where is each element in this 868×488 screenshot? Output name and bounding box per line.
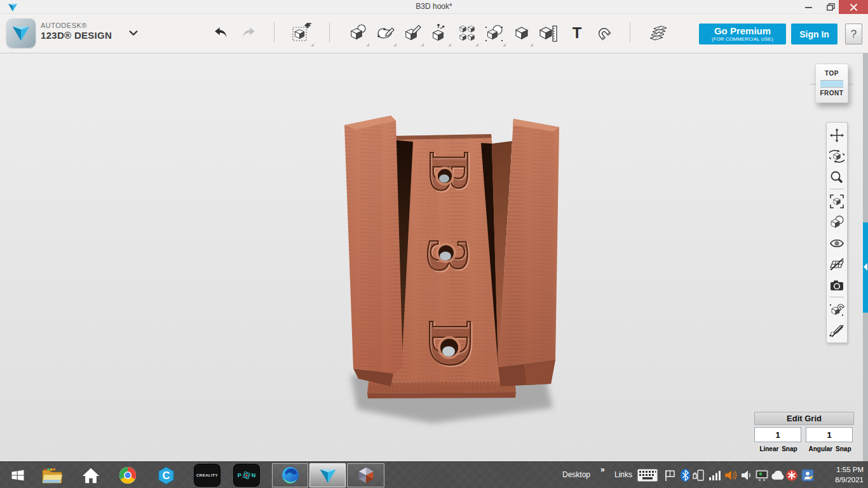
app-logo[interactable] xyxy=(6,18,36,48)
meshmixer-button[interactable] xyxy=(347,463,384,487)
screenshot-button[interactable] xyxy=(827,274,847,295)
primitives-tool[interactable] xyxy=(348,23,368,43)
sign-in-label: Sign In xyxy=(799,29,829,39)
123d-logo-icon xyxy=(10,24,32,42)
title-bar: B3D hook* xyxy=(0,0,868,14)
camera-icon xyxy=(830,280,844,291)
file-explorer-button[interactable] xyxy=(37,462,67,488)
minimize-button[interactable] xyxy=(798,0,818,14)
fit-button[interactable] xyxy=(827,191,847,212)
help-button[interactable]: ? xyxy=(845,24,862,44)
window-title: B3D hook* xyxy=(0,2,868,11)
photon-letter-p: P xyxy=(238,472,241,478)
angular-snap-label: Angular Snap xyxy=(804,445,855,452)
file-explorer-icon xyxy=(41,466,63,484)
shade-mode-button[interactable] xyxy=(827,212,847,233)
toolbar-overflow-chevron[interactable]: » xyxy=(600,465,605,474)
panel-expand-arrow-icon xyxy=(864,263,867,271)
app-menu-button[interactable] xyxy=(123,23,144,43)
snap-tool[interactable] xyxy=(593,23,614,43)
edge-button[interactable] xyxy=(272,463,308,487)
chrome-button[interactable] xyxy=(113,462,142,488)
material-tool[interactable] xyxy=(649,23,669,43)
transform-tool[interactable] xyxy=(292,23,312,43)
nav-separator xyxy=(830,189,844,189)
nav-separator xyxy=(830,297,844,297)
safely-remove-hardware-button[interactable] xyxy=(690,462,707,488)
links-toolbar-label[interactable]: Links xyxy=(614,470,632,479)
go-premium-button[interactable]: Go Premium (FOR COMMERCIAL USE) xyxy=(699,24,786,44)
visibility-button[interactable] xyxy=(827,233,847,254)
speaker-icon xyxy=(741,469,752,482)
red-asterisk-icon xyxy=(785,469,798,482)
navigation-toolbar xyxy=(826,122,848,343)
chrome-icon xyxy=(118,466,137,485)
language-icon xyxy=(801,469,814,482)
123d-design-button[interactable] xyxy=(309,463,346,487)
construct-tool[interactable] xyxy=(402,23,423,43)
windows-taskbar: C CREALITY P N xyxy=(0,461,868,488)
volume-button[interactable] xyxy=(739,462,754,488)
photon-icon: P N xyxy=(234,464,259,486)
modify-tool[interactable] xyxy=(430,23,450,43)
home-button[interactable] xyxy=(76,462,105,488)
signal-bars-icon xyxy=(709,470,721,481)
language-indicator-button[interactable] xyxy=(799,462,816,488)
keyboard-icon xyxy=(637,468,658,482)
collapsed-panel-tab[interactable] xyxy=(863,222,868,313)
view-cube-edge[interactable] xyxy=(820,80,843,88)
orbit-icon xyxy=(829,149,844,164)
action-center-button[interactable] xyxy=(662,462,677,488)
pan-button[interactable] xyxy=(827,125,847,146)
angular-snap-input[interactable] xyxy=(806,427,853,442)
hide-grid-button[interactable] xyxy=(827,254,847,274)
measure-tool[interactable] xyxy=(538,23,558,43)
cura-button[interactable]: C xyxy=(151,462,180,488)
touch-keyboard-button[interactable] xyxy=(634,462,661,488)
dropdown-mark xyxy=(311,43,314,46)
pattern-icon xyxy=(458,24,477,43)
sign-in-button[interactable]: Sign In xyxy=(791,24,837,44)
audio-manager-button[interactable] xyxy=(722,462,740,488)
view-cube-top-face[interactable]: TOP xyxy=(816,70,848,77)
display-utility-button[interactable] xyxy=(754,462,770,488)
text-icon: T xyxy=(573,24,582,42)
creality-icon: CREALITY xyxy=(194,464,220,486)
text-tool[interactable]: T xyxy=(567,23,587,43)
toolbar-separator xyxy=(329,22,330,43)
usb-device-icon xyxy=(692,468,705,482)
view-cube-front-face[interactable]: FRONT xyxy=(816,90,848,97)
close-button[interactable] xyxy=(839,0,868,14)
combine-icon xyxy=(513,24,531,42)
undo-button[interactable] xyxy=(212,23,232,43)
sketch-tool[interactable] xyxy=(375,23,395,43)
linear-snap-input[interactable] xyxy=(754,427,801,442)
antivirus-button[interactable] xyxy=(783,462,800,488)
creality-button[interactable]: CREALITY xyxy=(191,462,224,488)
toolbar-separator xyxy=(630,22,630,43)
3d-viewport[interactable]: B B 3 3 D D xyxy=(0,53,868,461)
photon-button[interactable]: P N xyxy=(230,462,263,488)
start-button[interactable] xyxy=(3,462,33,488)
pattern-tool[interactable] xyxy=(457,23,477,43)
zoom-button[interactable] xyxy=(827,166,847,187)
go-premium-sublabel: (FOR COMMERCIAL USE) xyxy=(712,36,773,42)
grouping-tool[interactable] xyxy=(484,23,505,43)
cura-icon: C xyxy=(156,466,176,485)
snap-toggle-button[interactable] xyxy=(827,299,847,320)
restore-button[interactable] xyxy=(820,0,841,14)
zoom-icon xyxy=(830,170,844,184)
model-b3d-hook[interactable]: B B 3 3 D D xyxy=(330,108,585,432)
chevron-down-icon xyxy=(128,28,139,38)
orbit-button[interactable] xyxy=(827,146,847,166)
edit-grid-button[interactable]: Edit Grid xyxy=(754,412,854,425)
main-toolbar: AUTODESK® 123D® DESIGN xyxy=(0,14,868,53)
meshmixer-icon xyxy=(356,466,376,485)
view-cube[interactable]: TOP FRONT xyxy=(815,64,848,103)
network-button[interactable] xyxy=(707,462,723,488)
desktop-toolbar-label[interactable]: Desktop xyxy=(562,470,590,479)
combine-tool[interactable] xyxy=(512,23,532,43)
taskbar-clock[interactable]: 1:55 PM 8/9/2021 xyxy=(815,464,864,485)
hide-sketches-button[interactable] xyxy=(827,320,847,341)
redo-button[interactable] xyxy=(238,23,258,43)
